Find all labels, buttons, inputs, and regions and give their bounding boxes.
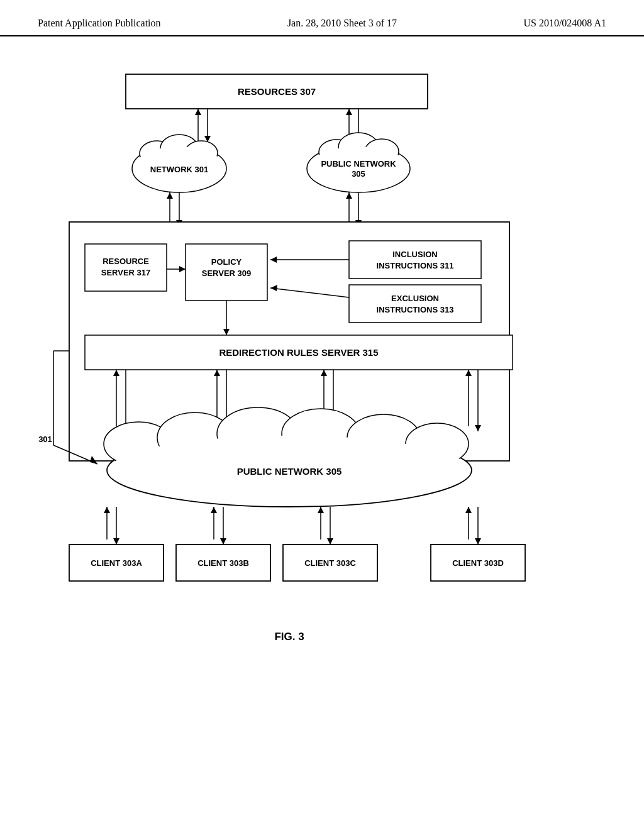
svg-marker-26 — [346, 192, 352, 199]
svg-marker-78 — [327, 538, 333, 545]
header-center: Jan. 28, 2010 Sheet 3 of 17 — [287, 18, 397, 29]
inclusion-instructions-label: INCLUSION — [392, 250, 438, 259]
svg-point-18 — [309, 147, 408, 191]
page-header: Patent Application Publication Jan. 28, … — [0, 0, 644, 36]
label-301: 301 — [38, 434, 52, 444]
network-301-label: NETWORK 301 — [150, 165, 208, 174]
svg-rect-32 — [349, 241, 481, 279]
svg-marker-4 — [195, 109, 201, 115]
resource-server-317: SERVER 317 — [101, 268, 151, 277]
redirection-rules-label: REDIRECTION RULES SERVER 315 — [219, 347, 378, 358]
svg-marker-70 — [113, 538, 119, 545]
svg-marker-84 — [465, 507, 472, 513]
policy-server-label: POLICY — [211, 257, 242, 267]
header-right: US 2010/024008 A1 — [523, 18, 606, 29]
svg-marker-76 — [211, 507, 217, 513]
svg-rect-35 — [349, 285, 481, 323]
policy-server-309: SERVER 309 — [202, 268, 252, 278]
public-network-top-label: PUBLIC NETWORK — [321, 159, 396, 169]
client-303a-label: CLIENT 303A — [91, 558, 142, 568]
svg-marker-72 — [104, 507, 110, 513]
client-303c-label: CLIENT 303C — [304, 558, 356, 568]
svg-marker-74 — [220, 538, 226, 545]
resource-server-label: RESOURCE — [103, 257, 149, 266]
resources-label: RESOURCES 307 — [238, 86, 316, 97]
svg-marker-80 — [318, 507, 324, 513]
exclusion-instructions-label: EXCLUSION — [391, 294, 439, 303]
figure-caption: FIG. 3 — [274, 631, 304, 643]
svg-marker-82 — [475, 538, 481, 545]
diagram-area: RESOURCES 307 NETWORK 301 PUBLIC NETWORK… — [0, 36, 644, 760]
patent-diagram: RESOURCES 307 NETWORK 301 PUBLIC NETWORK… — [0, 36, 644, 760]
client-303d-label: CLIENT 303D — [452, 558, 504, 568]
exclusion-instructions-313: INSTRUCTIONS 313 — [377, 305, 454, 314]
client-303b-label: CLIENT 303B — [197, 558, 249, 568]
public-network-top-305: 305 — [352, 169, 365, 179]
public-network-bottom-label: PUBLIC NETWORK 305 — [237, 466, 342, 477]
svg-marker-8 — [346, 109, 352, 115]
header-left: Patent Application Publication — [38, 18, 161, 29]
inclusion-instructions-311: INSTRUCTIONS 311 — [377, 261, 454, 270]
svg-marker-22 — [167, 192, 173, 199]
